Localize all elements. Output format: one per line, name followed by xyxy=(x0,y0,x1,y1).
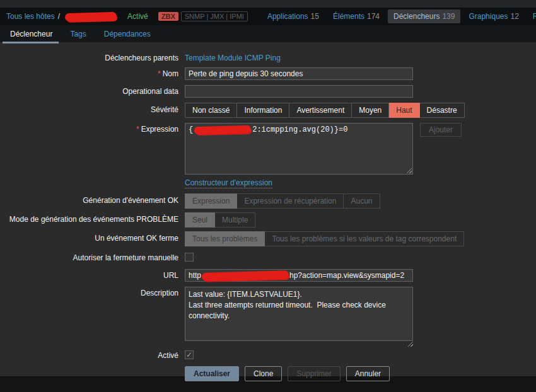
url-prefix: http xyxy=(189,271,201,280)
expression-textarea[interactable]: {2:icmpping.avg(20)}=0 xyxy=(185,123,413,175)
zbx-availability-badge: ZBX xyxy=(158,12,178,21)
severity-option-high[interactable]: Haut xyxy=(389,103,419,118)
problem-event-mode-label: Mode de génération des événements PROBLÈ… xyxy=(0,212,178,224)
severity-selector: Non classé Information Avertissement Moy… xyxy=(185,103,465,118)
enabled-checkbox[interactable] xyxy=(185,350,194,359)
severity-row: Sévérité Non classé Information Avertiss… xyxy=(0,103,536,118)
expression-label: *Expression xyxy=(0,123,178,134)
ok-event-generation-label: Génération d'événement OK xyxy=(0,193,178,205)
ok-closes-option-all-problems[interactable]: Tous les problèmes xyxy=(185,231,265,246)
ok-event-option-none[interactable]: Aucun xyxy=(344,193,380,209)
host-navbar: Tous les hôtes / Activé ZBX SNMP | JMX |… xyxy=(0,8,536,25)
tab-dependencies[interactable]: Dépendances xyxy=(95,25,160,42)
expression-add-button[interactable]: Ajouter xyxy=(420,123,462,137)
ok-event-generation-row: Génération d'événement OK Expression Exp… xyxy=(0,193,536,209)
url-suffix: hp?action=map.view&sysmapid=2 xyxy=(289,271,404,280)
required-asterisk: * xyxy=(136,125,139,134)
expression-prefix: { xyxy=(189,125,193,134)
problem-mode-option-multiple[interactable]: Multiple xyxy=(215,212,255,228)
ok-event-closes-label: Un événement OK ferme xyxy=(0,231,178,243)
host-status-enabled: Activé xyxy=(127,12,148,21)
breadcrumb: Tous les hôtes / xyxy=(6,12,119,21)
manual-close-checkbox[interactable] xyxy=(185,253,194,262)
manual-close-row: Autoriser la fermeture manuelle xyxy=(0,251,536,262)
host-nav-items: Applications15 Éléments174 Déclencheurs1… xyxy=(262,9,536,23)
clone-button[interactable]: Clone xyxy=(245,366,282,381)
name-row: *Nom xyxy=(0,67,536,80)
ok-event-generation-selector: Expression Expression de récupération Au… xyxy=(185,193,380,209)
name-label: *Nom xyxy=(0,67,178,78)
ok-event-option-recovery-expression[interactable]: Expression de récupération xyxy=(237,193,344,209)
nav-item-graphs[interactable]: Graphiques12 xyxy=(463,9,524,23)
host-availability-badges: ZBX SNMP | JMX | IPMI xyxy=(158,11,248,21)
snmp-jmx-ipmi-badge: SNMP | JMX | IPMI xyxy=(181,11,248,21)
cancel-button[interactable]: Annuler xyxy=(346,366,390,381)
expression-builder-row: Constructeur d'expression xyxy=(0,178,536,188)
redacted-hostname xyxy=(65,11,117,21)
description-row: Description Last value: {ITEM.LASTVALUE1… xyxy=(0,287,536,341)
delete-button[interactable]: Supprimer xyxy=(288,366,340,381)
expression-constructor-link[interactable]: Constructeur d'expression xyxy=(185,178,272,188)
resize-handle[interactable] xyxy=(405,166,412,173)
nav-item-applications[interactable]: Applications15 xyxy=(262,9,325,23)
expression-suffix: 2:icmpping.avg(20)}=0 xyxy=(252,125,347,134)
nav-item-discovery-rules[interactable]: Règles de découverte4 xyxy=(527,9,536,23)
breadcrumb-all-hosts-link[interactable]: Tous les hôtes xyxy=(6,12,55,21)
update-button[interactable]: Actualiser xyxy=(185,366,239,381)
form-tabbar: Déclencheur Tags Dépendances xyxy=(0,25,536,42)
ok-closes-option-tag-match[interactable]: Tous les problèmes si les valeurs de tag… xyxy=(265,231,464,246)
description-textarea[interactable]: Last value: {ITEM.LASTVALUE1}. Last thre… xyxy=(185,287,413,341)
parent-triggers-row: Déclencheurs parents Template Module ICM… xyxy=(0,53,536,62)
severity-option-not-classified[interactable]: Non classé xyxy=(185,103,237,118)
manual-close-label: Autoriser la fermeture manuelle xyxy=(0,251,178,262)
tab-trigger[interactable]: Déclencheur xyxy=(1,25,61,42)
trigger-form: Déclencheurs parents Template Module ICM… xyxy=(0,42,536,376)
top-strip xyxy=(0,0,536,8)
expression-row: *Expression {2:icmpping.avg(20)}=0 Ajout… xyxy=(0,123,536,175)
severity-option-average[interactable]: Moyen xyxy=(352,103,389,118)
ok-event-option-expression[interactable]: Expression xyxy=(185,193,237,209)
tab-tags[interactable]: Tags xyxy=(61,25,95,42)
url-input[interactable]: httphp?action=map.view&sysmapid=2 xyxy=(185,269,413,282)
problem-event-mode-selector: Seul Multiple xyxy=(185,212,255,228)
severity-label: Sévérité xyxy=(0,103,178,114)
enabled-label: Activé xyxy=(0,349,178,360)
ok-event-closes-row: Un événement OK ferme Tous les problèmes… xyxy=(0,231,536,246)
problem-event-mode-row: Mode de génération des événements PROBLÈ… xyxy=(0,212,536,228)
enabled-row: Activé xyxy=(0,349,536,360)
url-label: URL xyxy=(0,269,178,280)
ok-event-closes-selector: Tous les problèmes Tous les problèmes si… xyxy=(185,231,464,246)
operational-data-input[interactable] xyxy=(185,85,413,98)
parent-trigger-template-link[interactable]: Template Module ICMP Ping xyxy=(185,53,281,62)
nav-item-elements[interactable]: Éléments174 xyxy=(327,9,385,23)
name-input[interactable] xyxy=(185,67,413,80)
redacted-expression-host xyxy=(194,125,251,134)
parent-triggers-label: Déclencheurs parents xyxy=(0,53,178,62)
description-label: Description xyxy=(0,287,178,297)
url-row: URL httphp?action=map.view&sysmapid=2 xyxy=(0,269,536,282)
severity-option-disaster[interactable]: Désastre xyxy=(420,103,465,118)
spacer xyxy=(0,178,178,180)
redacted-url xyxy=(202,270,289,281)
required-asterisk: * xyxy=(158,69,161,78)
operational-data-row: Operational data xyxy=(0,85,536,98)
nav-item-triggers[interactable]: Déclencheurs139 xyxy=(388,9,460,23)
breadcrumb-separator: / xyxy=(58,12,60,21)
severity-option-warning[interactable]: Avertissement xyxy=(289,103,352,118)
severity-option-information[interactable]: Information xyxy=(237,103,289,118)
operational-data-label: Operational data xyxy=(0,85,178,96)
problem-mode-option-single[interactable]: Seul xyxy=(185,212,215,228)
